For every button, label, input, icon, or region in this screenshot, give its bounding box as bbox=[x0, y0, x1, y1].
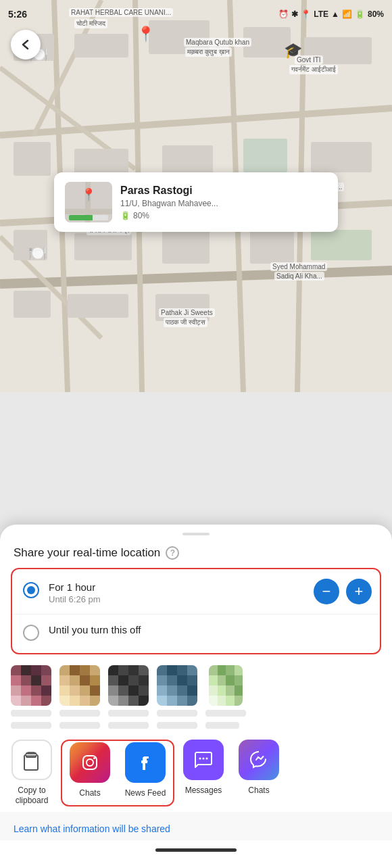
learn-link-row: Learn what information will be shared bbox=[0, 812, 392, 840]
status-time: 5:26 bbox=[8, 9, 27, 20]
contact-item-3 bbox=[108, 665, 149, 717]
highlighted-apps-group: Chats News Feed bbox=[61, 740, 174, 806]
contact-avatar-3 bbox=[108, 665, 149, 706]
share-row: Copy toclipboard Chats bbox=[0, 731, 392, 809]
status-bar: 5:26 ⏰ ✱ 📍 LTE ▲ 📶 🔋 80% bbox=[0, 0, 392, 24]
nav-bar-line bbox=[155, 848, 237, 852]
facebook-newsfeed-label: News Feed bbox=[125, 788, 166, 799]
lte-icon: LTE bbox=[314, 9, 328, 19]
svg-point-35 bbox=[93, 757, 95, 759]
svg-rect-27 bbox=[68, 294, 128, 318]
info-icon[interactable]: ? bbox=[166, 546, 179, 560]
contact-avatar-2 bbox=[59, 665, 100, 706]
instagram-chats-label: Chats bbox=[79, 788, 100, 799]
school-pin: 🎓 bbox=[284, 42, 302, 59]
bottom-sheet: Share your real-time location ? − + For … bbox=[0, 525, 392, 868]
contact-label-2 bbox=[59, 710, 100, 717]
contact-avatar-1 bbox=[11, 665, 51, 706]
back-button[interactable] bbox=[11, 30, 41, 59]
stepper-row: − + bbox=[314, 579, 372, 604]
back-arrow-icon bbox=[18, 37, 33, 52]
contact-name-bar-1 bbox=[11, 722, 51, 729]
facebook-icon-wrap bbox=[125, 742, 166, 783]
contact-label-5 bbox=[205, 710, 246, 717]
svg-rect-22 bbox=[74, 233, 132, 260]
radio-until-off bbox=[23, 625, 39, 641]
option-sub-1hour: Until 6:26 pm bbox=[49, 594, 101, 604]
map-label-maqbara: Maqbara Qutub khan bbox=[184, 38, 251, 47]
facebook-icon bbox=[134, 751, 157, 774]
radio-inner-1hour bbox=[27, 586, 35, 594]
contact-item-1 bbox=[11, 665, 51, 717]
contact-name-bar-2 bbox=[59, 722, 100, 729]
options-container: − + For 1 hour Until 6:26 pm Until you t… bbox=[11, 568, 381, 654]
svg-rect-17 bbox=[74, 149, 128, 176]
location-card-address: 11/U, Bhagwan Mahavee... bbox=[120, 199, 327, 208]
contact-label-4 bbox=[157, 710, 197, 717]
messenger-icon-wrap bbox=[239, 740, 279, 780]
svg-point-38 bbox=[206, 757, 208, 759]
svg-rect-32 bbox=[26, 754, 36, 756]
svg-rect-23 bbox=[162, 230, 210, 264]
map-label-pathak: Pathak Ji Sweets bbox=[159, 308, 215, 317]
messages-icon-wrap bbox=[183, 740, 224, 780]
battery-pct: 80% bbox=[368, 9, 384, 19]
messages-icon bbox=[192, 748, 215, 771]
option-text-until-off: Until you turn this off bbox=[49, 624, 141, 635]
option-text-1hour: For 1 hour Until 6:26 pm bbox=[49, 581, 101, 604]
signal-icon: 📶 bbox=[342, 9, 352, 19]
location-pin-green: 📍 bbox=[137, 26, 155, 43]
status-icons: ⏰ ✱ 📍 LTE ▲ 📶 🔋 80% bbox=[278, 9, 384, 19]
svg-rect-19 bbox=[243, 139, 287, 172]
mini-map-pin: 📍 bbox=[81, 187, 96, 202]
location-card: 📍 Paras Rastogi 11/U, Bhagwan Mahavee...… bbox=[54, 172, 338, 232]
contact-avatar-4 bbox=[157, 665, 197, 706]
svg-rect-25 bbox=[311, 230, 372, 260]
location-icon: 📍 bbox=[301, 9, 311, 19]
option-until-off[interactable]: Until you turn this off bbox=[12, 614, 380, 650]
svg-rect-20 bbox=[311, 142, 372, 172]
map-label-iti-hi: गवर्नमेंट आईटीआई bbox=[289, 65, 338, 74]
contact-item-2 bbox=[59, 665, 100, 717]
bluetooth-icon: ✱ bbox=[291, 9, 298, 19]
svg-rect-12 bbox=[74, 34, 128, 57]
location-card-info: Paras Rastogi 11/U, Bhagwan Mahavee... 🔋… bbox=[120, 185, 327, 220]
battery-pct-card: 80% bbox=[133, 211, 149, 220]
map-label-syed: Syed Mohammad bbox=[270, 262, 327, 271]
share-messages[interactable]: Messages bbox=[177, 740, 230, 806]
battery-icon: 🔋 bbox=[355, 9, 365, 19]
svg-rect-24 bbox=[250, 226, 294, 264]
plus-button[interactable]: + bbox=[346, 579, 372, 604]
progress-bar bbox=[69, 215, 108, 220]
clipboard-icon bbox=[20, 748, 43, 771]
svg-rect-28 bbox=[155, 294, 210, 321]
mini-map: 📍 bbox=[65, 182, 112, 222]
minus-button[interactable]: − bbox=[314, 579, 339, 604]
radio-1hour bbox=[23, 582, 39, 598]
contacts-section bbox=[0, 654, 392, 722]
svg-point-37 bbox=[203, 757, 205, 759]
wifi-icon: ▲ bbox=[331, 9, 339, 19]
option-label-1hour: For 1 hour bbox=[49, 581, 101, 593]
battery-icon-card: 🔋 bbox=[120, 211, 130, 220]
sheet-handle bbox=[182, 533, 210, 535]
map-label-maqbara-hi: मक़बरा कुतुब ख़ान bbox=[185, 47, 232, 57]
restaurant-pin-2: 🍽️ bbox=[28, 245, 47, 262]
clipboard-icon-wrap bbox=[11, 740, 52, 780]
alarm-icon: ⏰ bbox=[278, 9, 289, 19]
share-instagram[interactable]: Chats bbox=[64, 742, 116, 804]
contact-avatar-5 bbox=[209, 665, 243, 706]
contact-name-bar-4 bbox=[157, 722, 197, 729]
messenger-icon bbox=[247, 748, 270, 771]
share-clipboard[interactable]: Copy toclipboard bbox=[5, 740, 58, 806]
share-messenger[interactable]: Chats bbox=[232, 740, 285, 806]
svg-point-34 bbox=[87, 759, 93, 766]
map-label-pathak-hi: पाठक जी स्वीट्स bbox=[164, 318, 207, 327]
learn-link[interactable]: Learn what information will be shared bbox=[14, 823, 170, 834]
option-label-until-off: Until you turn this off bbox=[49, 624, 141, 635]
messages-label: Messages bbox=[185, 786, 222, 796]
share-facebook[interactable]: News Feed bbox=[119, 742, 172, 804]
contact-name-bar-3 bbox=[108, 722, 149, 729]
contact-item-4 bbox=[157, 665, 197, 717]
contact-name-bar-5 bbox=[205, 722, 239, 729]
